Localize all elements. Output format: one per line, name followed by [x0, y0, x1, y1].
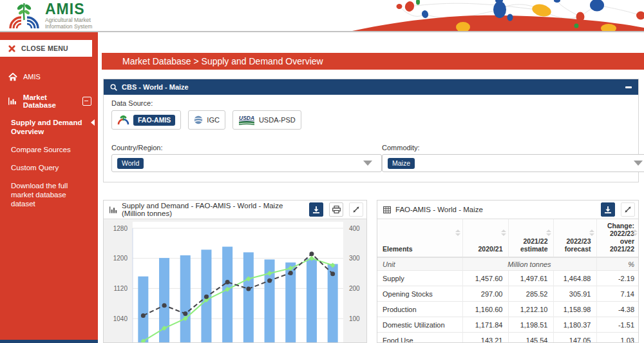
- column-header-1[interactable]: 2020/21: [462, 219, 508, 257]
- marker-line-dark-dashed[interactable]: [246, 286, 251, 291]
- value-cell: 297.00: [462, 286, 508, 302]
- bar[interactable]: [222, 247, 232, 343]
- sort-icon: [632, 230, 638, 236]
- amis-logo[interactable]: AMIS Agricultural Market Information Sys…: [6, 1, 92, 30]
- value-cell: 1,457.60: [462, 271, 508, 286]
- country-value-tag: World: [117, 158, 144, 169]
- value-cell: 1,180.37: [553, 317, 596, 333]
- subitem-label: Download the full market database datase…: [11, 182, 68, 208]
- chart-print-button[interactable]: [329, 202, 343, 217]
- table-row: Opening Stocks297.00285.52305.917.14: [377, 286, 639, 302]
- chevron-down-icon: [634, 161, 643, 166]
- logo-title: AMIS: [45, 1, 92, 17]
- marker-line-dark-dashed[interactable]: [309, 251, 314, 256]
- sidebar-item-market-database[interactable]: Market Database: [0, 93, 98, 109]
- element-cell: Supply: [377, 271, 462, 286]
- left-axis-tick: 1280: [113, 225, 128, 232]
- table-expand-button[interactable]: [621, 202, 635, 217]
- unit-change: %: [596, 257, 639, 271]
- source-button-fao-amis[interactable]: FAO-AMIS: [111, 110, 181, 130]
- filter-panel-body: Data Source: FAO-AMIS: [104, 95, 638, 182]
- bar[interactable]: [307, 259, 317, 343]
- column-header-2[interactable]: 2021/22 estimate: [508, 219, 553, 257]
- marker-line-dark-dashed[interactable]: [225, 280, 230, 284]
- header-decoration: [258, 0, 644, 31]
- sort-icon: [589, 230, 594, 236]
- sidebar-item-amis[interactable]: AMIS: [0, 70, 98, 84]
- app-screen: AMIS Agricultural Market Information Sys…: [0, 0, 644, 343]
- country-label: Country/Region:: [111, 144, 163, 152]
- bar[interactable]: [180, 255, 191, 343]
- unit-value: Million tonnes: [462, 257, 596, 271]
- igc-logo-icon: [194, 115, 203, 124]
- marker-line-dark-dashed[interactable]: [289, 271, 293, 275]
- value-cell: 1,464.88: [553, 271, 596, 286]
- data-source-label: Data Source:: [111, 99, 153, 107]
- chevron-down-icon: [363, 161, 372, 166]
- sort-icon: [501, 230, 506, 236]
- chart-expand-button[interactable]: [349, 202, 363, 217]
- country-dropdown[interactable]: World: [111, 154, 382, 172]
- expand-icon: [352, 206, 360, 213]
- amis-logo-icon: [6, 1, 41, 30]
- marker-line-dark-dashed[interactable]: [204, 295, 209, 299]
- table-row: Food Use143.21145.54147.051.03: [377, 333, 639, 343]
- sort-icon: [455, 230, 460, 236]
- active-arrow-icon: [91, 119, 95, 126]
- chart-icon: [109, 206, 117, 213]
- sidebar-item-compare-sources[interactable]: Compare Sources: [0, 145, 98, 154]
- table-download-button[interactable]: [601, 202, 615, 217]
- element-cell: Opening Stocks: [377, 286, 462, 302]
- fao-amis-logo-icon: [117, 115, 129, 125]
- breadcrumb: Market Database > Supply and Demand Over…: [102, 53, 644, 70]
- source-label: IGC: [207, 116, 220, 124]
- column-header-0[interactable]: Elements: [377, 219, 462, 257]
- chart-download-button[interactable]: [309, 202, 323, 217]
- value-cell: -4.38: [596, 302, 639, 317]
- unit-row: UnitMillion tonnes%: [377, 257, 639, 271]
- search-icon: [110, 84, 117, 91]
- source-button-igc[interactable]: IGC: [188, 110, 225, 130]
- unit-label: Unit: [377, 257, 462, 271]
- supply-demand-chart[interactable]: 1280400120030011202001040100: [104, 219, 366, 343]
- value-cell: -1.51: [596, 317, 639, 333]
- value-cell: 1,212.10: [508, 302, 553, 317]
- table-row: Supply1,457.601,497.611,464.88-2.19: [377, 271, 639, 286]
- filter-panel-header[interactable]: CBS - World - Maize: [104, 79, 638, 95]
- value-cell: 7.14: [596, 286, 639, 302]
- close-menu-button[interactable]: CLOSE MENU: [0, 40, 92, 57]
- chart-panel: Supply and Demand - FAO-AMIS - World - M…: [103, 200, 367, 343]
- marker-line-dark-dashed[interactable]: [267, 279, 272, 283]
- marker-line-dark-dashed[interactable]: [330, 271, 335, 276]
- bar[interactable]: [243, 252, 254, 343]
- marker-line-dark-dashed[interactable]: [162, 303, 167, 308]
- table-panel: FAO-AMIS - World - Maize: [377, 200, 639, 343]
- sidebar-item-supply-and-demand-overview[interactable]: Supply and Demand Overview: [0, 118, 98, 136]
- collapse-section-icon[interactable]: [82, 97, 91, 106]
- expand-icon: [624, 206, 632, 213]
- chart-title: Supply and Demand - FAO-AMIS - World - M…: [122, 202, 305, 217]
- commodity-value-tag: Maize: [388, 158, 415, 169]
- bar[interactable]: [138, 277, 148, 343]
- marker-line-dark-dashed[interactable]: [141, 313, 146, 318]
- sidebar-item-custom-query[interactable]: Custom Query: [0, 163, 98, 172]
- app-header: AMIS Agricultural Market Information Sys…: [0, 0, 644, 32]
- supply-demand-table: Elements2020/212021/22 estimate2022/23 f…: [377, 219, 639, 343]
- bar-chart-icon: [8, 97, 17, 106]
- close-menu-label: CLOSE MENU: [21, 44, 68, 52]
- sort-icon: [546, 230, 551, 236]
- commodity-label: Commodity:: [382, 144, 420, 152]
- left-axis-tick: 1200: [113, 255, 128, 262]
- right-axis-tick: 400: [349, 225, 360, 232]
- column-header-4[interactable]: Change: 2022/23 over 2021/22: [596, 219, 639, 257]
- collapse-panel-icon[interactable]: [625, 86, 632, 88]
- sidebar-item-amis-label: AMIS: [23, 73, 41, 81]
- marker-line-dark-dashed[interactable]: [183, 311, 187, 316]
- sidebar-item-download-dataset[interactable]: Download the full market database datase…: [0, 181, 98, 208]
- commodity-dropdown[interactable]: Maize: [382, 154, 644, 172]
- filter-panel-title: CBS - World - Maize: [122, 83, 189, 91]
- table-row: Production1,160.601,212.101,158.98-4.38: [377, 302, 639, 317]
- source-button-usda-psd[interactable]: USDA USDA-PSD: [232, 110, 301, 130]
- value-cell: -2.19: [596, 271, 639, 286]
- column-header-3[interactable]: 2022/23 forecast: [553, 219, 596, 257]
